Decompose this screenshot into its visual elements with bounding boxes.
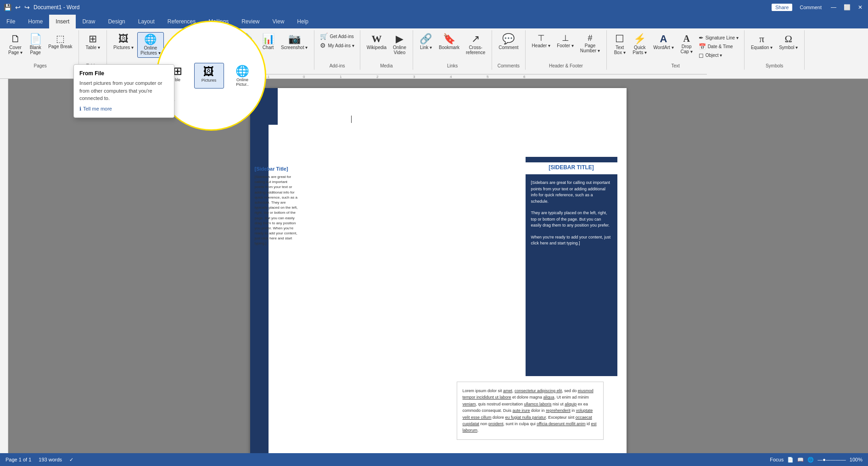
page-accent-bar	[250, 88, 269, 453]
addins-group-label: Add-ins	[318, 62, 356, 70]
link-button[interactable]: 🔗 Link ▾	[417, 32, 435, 52]
signature-line-button[interactable]: ✒ Signature Line ▾	[697, 34, 740, 42]
signature-line-icon: ✒	[699, 35, 704, 41]
zoom-circle-inner: ⊞ ble 🖼 Pictures 🌐 OnlinePictur..	[161, 58, 262, 93]
comment-button[interactable]: Comment	[796, 4, 825, 11]
text-group-label: Text	[610, 62, 740, 70]
ribbon-group-links: 🔗 Link ▾ 🔖 Bookmark ↗ Cross-reference Li…	[413, 30, 492, 70]
svg-text:2: 2	[376, 75, 379, 79]
date-time-button[interactable]: 📅 Date & Time	[697, 43, 740, 50]
tab-draw[interactable]: Draw	[76, 15, 101, 28]
tab-file[interactable]: File	[0, 15, 22, 28]
wikipedia-button[interactable]: W Wikipedia	[364, 32, 389, 52]
chart-button[interactable]: 📊 Chart	[259, 32, 277, 52]
header-button[interactable]: ⊤ Header ▾	[529, 32, 554, 50]
title-bar: 💾 ↩ ↪ Document1 - Word Share Comment — ⬜…	[0, 0, 868, 15]
zoom-online-pictures-icon[interactable]: 🌐	[235, 65, 249, 78]
link-label: Link ▾	[420, 45, 432, 50]
sidebar-right[interactable]: [SIDEBAR TITLE] [Sidebars are great for …	[526, 157, 617, 376]
page-break-button[interactable]: ⬚ Page Break	[45, 32, 75, 51]
maximize-icon[interactable]: ⬜	[842, 4, 852, 11]
tooltip-link[interactable]: ℹ Tell me more	[79, 106, 168, 112]
object-button[interactable]: ◻ Object ▾	[697, 51, 740, 59]
tab-layout[interactable]: Layout	[132, 15, 161, 28]
tab-review[interactable]: Review	[235, 15, 266, 28]
minimize-icon[interactable]: —	[829, 4, 838, 11]
get-addins-label: Get Add-ins	[330, 34, 353, 39]
quick-access-save[interactable]: 💾	[4, 4, 11, 11]
doc-scroll[interactable]: [Sidebar Title] [Sidebars are great for …	[8, 79, 868, 453]
tab-design[interactable]: Design	[101, 15, 131, 28]
doc-area: [Sidebar Title] [Sidebars are great for …	[0, 79, 868, 453]
cross-reference-icon: ↗	[471, 34, 480, 44]
tooltip-text: Insert pictures from your computer or fr…	[79, 79, 168, 102]
text-box-label: TextBox ▾	[614, 45, 626, 55]
view-web[interactable]: 🌐	[807, 457, 814, 463]
view-print-layout[interactable]: 📄	[787, 457, 794, 463]
zoom-row-top: ⊞ ble 🖼 Pictures 🌐 OnlinePictur..	[165, 63, 258, 89]
tooltip-title: From File	[79, 70, 168, 77]
close-icon[interactable]: ✕	[856, 4, 864, 11]
zoom-pictures-icon[interactable]: 🖼	[203, 65, 214, 78]
ribbon-group-addins: 🛒 Get Add-ins ⚙ My Add-ins ▾ Add-ins	[314, 30, 360, 70]
svg-text:1: 1	[340, 75, 342, 79]
page-number-button[interactable]: # PageNumber ▾	[577, 32, 603, 55]
online-video-label: OnlineVideo	[393, 45, 406, 55]
quick-parts-icon: ⚡	[633, 34, 646, 44]
left-panel	[0, 79, 8, 453]
pictures-button[interactable]: 🖼 Pictures ▾	[111, 32, 136, 52]
online-video-button[interactable]: ▶ OnlineVideo	[390, 32, 409, 57]
zoom-pictures-label: Pictures	[202, 78, 217, 83]
tab-home[interactable]: Home	[22, 15, 49, 28]
get-addins-button[interactable]: 🛒 Get Add-ins	[318, 32, 355, 40]
lorem-box[interactable]: Lorem ipsum dolor sit amet, consectetur …	[457, 382, 604, 440]
signature-line-label: Signature Line ▾	[706, 35, 739, 40]
drop-cap-label: DropCap ▾	[681, 44, 693, 54]
blank-page-label: BlankPage	[30, 45, 41, 55]
symbols-group-label: Symbols	[748, 62, 801, 70]
header-label: Header ▾	[532, 43, 551, 48]
zoom-level[interactable]: 100%	[850, 457, 862, 462]
my-addins-button[interactable]: ⚙ My Add-ins ▾	[318, 41, 356, 50]
bookmark-button[interactable]: 🔖 Bookmark	[436, 32, 462, 52]
ribbon-group-symbols: π Equation ▾ Ω Symbol ▾ Symbols	[745, 30, 805, 70]
sidebar-right-body[interactable]: [Sidebars are great for calling out impo…	[526, 174, 617, 376]
doc-page[interactable]: [Sidebar Title] [Sidebars are great for …	[250, 88, 627, 453]
table-button[interactable]: ⊞ Table ▾	[83, 32, 103, 52]
tab-help[interactable]: Help	[291, 15, 315, 28]
tooltip-popup: From File Insert pictures from your comp…	[73, 64, 174, 118]
info-icon: ℹ	[79, 106, 81, 112]
cross-reference-button[interactable]: ↗ Cross-reference	[463, 32, 488, 57]
quick-access-redo[interactable]: ↪	[24, 4, 30, 11]
ribbon-tabs: File Home Insert Draw Design Layout Refe…	[0, 15, 868, 28]
symbol-button[interactable]: Ω Symbol ▾	[776, 32, 801, 52]
cover-page-button[interactable]: 🗋 CoverPage ▾	[6, 32, 25, 57]
view-read-mode[interactable]: 📖	[797, 457, 804, 463]
ribbon-group-pages: 🗋 CoverPage ▾ 📄 BlankPage ⬚ Page Break P…	[2, 30, 79, 70]
text-box-button[interactable]: ☐ TextBox ▾	[610, 32, 629, 57]
share-button[interactable]: Share	[772, 4, 792, 11]
quick-parts-button[interactable]: ⚡ QuickParts ▾	[630, 32, 650, 57]
spell-check-icon[interactable]: ✓	[69, 457, 73, 463]
zoom-online-pictures-label: OnlinePictur..	[236, 78, 249, 87]
tab-view[interactable]: View	[266, 15, 291, 28]
online-pictures-button[interactable]: 🌐 OnlinePictures ▾	[137, 32, 164, 58]
zoom-slider[interactable]: —●————	[818, 457, 846, 462]
comment-ribbon-button[interactable]: 💬 Comment	[496, 32, 521, 52]
sidebar-box-left[interactable]: [Sidebar Title] [Sidebars are great for …	[250, 161, 303, 251]
equation-button[interactable]: π Equation ▾	[748, 32, 775, 52]
wordart-button[interactable]: A WordArt ▾	[650, 32, 676, 52]
blank-page-button[interactable]: 📄 BlankPage	[26, 32, 45, 57]
svg-text:3: 3	[413, 75, 415, 79]
link-icon: 🔗	[420, 34, 432, 44]
media-group-label: Media	[364, 62, 409, 70]
page-accent-corner	[269, 88, 278, 125]
footer-button[interactable]: ⊥ Footer ▾	[554, 32, 577, 50]
tab-insert[interactable]: Insert	[49, 15, 76, 28]
sidebar-left-title: [Sidebar Title]	[255, 166, 298, 172]
sidebar-right-text-2: They are typically placed on the left, r…	[531, 210, 612, 229]
focus-button[interactable]: Focus	[770, 457, 784, 462]
quick-access-undo[interactable]: ↩	[15, 4, 21, 11]
screenshot-button[interactable]: 📷 Screenshot ▾	[278, 32, 310, 52]
drop-cap-button[interactable]: A DropCap ▾	[678, 32, 696, 56]
